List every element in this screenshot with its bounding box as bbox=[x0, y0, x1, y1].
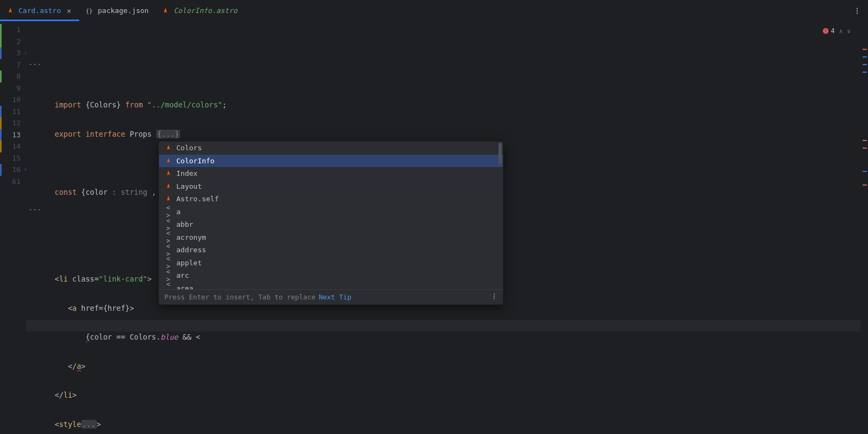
line-number[interactable]: 13 bbox=[0, 129, 26, 141]
completion-item[interactable]: ColorInfo bbox=[159, 155, 503, 168]
code-text: export bbox=[55, 130, 86, 138]
tab-bar: Card.astro × {} package.json ColorInfo.a… bbox=[0, 0, 868, 22]
tab-label: Card.astro bbox=[18, 7, 61, 15]
line-number[interactable]: 7 bbox=[0, 59, 26, 71]
completion-item-label: address bbox=[176, 246, 206, 254]
error-stripe[interactable] bbox=[860, 22, 868, 434]
tab-label: ColorInfo.astro bbox=[174, 7, 237, 15]
code-text: && bbox=[178, 333, 196, 341]
completion-list[interactable]: ColorsColorInfoIndexLayoutAstro.self< >a… bbox=[159, 142, 503, 289]
code-text: > bbox=[148, 275, 152, 283]
error-stripe-marker[interactable] bbox=[863, 64, 867, 65]
code-text: . bbox=[156, 333, 161, 341]
tag-icon: < > bbox=[164, 280, 172, 289]
completion-item[interactable]: < >area bbox=[159, 282, 503, 290]
completion-item[interactable]: < >applet bbox=[159, 257, 503, 270]
completion-item[interactable]: < >acronym bbox=[159, 231, 503, 244]
completion-item[interactable]: < >abbr bbox=[159, 218, 503, 231]
svg-point-3 bbox=[857, 12, 858, 14]
code-text: --- bbox=[28, 205, 41, 214]
code-text: li bbox=[59, 275, 72, 283]
line-number[interactable]: 8 bbox=[0, 71, 26, 82]
line-number[interactable]: 1 bbox=[0, 24, 26, 36]
gutter: 123›78910111213141516›61 bbox=[0, 22, 26, 434]
error-stripe-marker[interactable] bbox=[863, 72, 867, 73]
error-badge[interactable]: 4 bbox=[822, 27, 835, 35]
svg-point-1 bbox=[857, 8, 858, 9]
next-tip-link[interactable]: Next Tip bbox=[318, 293, 351, 301]
more-icon[interactable] bbox=[491, 293, 497, 301]
vcs-stripe bbox=[0, 117, 2, 129]
line-number[interactable]: 14 bbox=[0, 141, 26, 152]
folded-region[interactable]: ... bbox=[81, 420, 97, 429]
error-icon bbox=[822, 28, 829, 34]
line-number[interactable]: 9 bbox=[0, 82, 26, 94]
completion-item[interactable]: < >a bbox=[159, 206, 503, 219]
completion-item[interactable]: Colors bbox=[159, 142, 503, 155]
prev-highlight-icon[interactable]: ∧ bbox=[839, 28, 843, 35]
vcs-stripe bbox=[0, 71, 2, 82]
tab-colorinfo-astro[interactable]: ColorInfo.astro bbox=[155, 0, 244, 21]
line-number[interactable] bbox=[0, 187, 26, 199]
next-highlight-icon[interactable]: ∨ bbox=[847, 28, 851, 35]
completion-item[interactable]: Index bbox=[159, 167, 503, 180]
line-number[interactable]: 15 bbox=[0, 152, 26, 164]
code-text: Props bbox=[130, 130, 156, 138]
code-text: style bbox=[59, 420, 81, 429]
tab-overflow-menu[interactable] bbox=[846, 0, 868, 21]
svg-point-8 bbox=[494, 296, 495, 297]
code-text bbox=[55, 304, 68, 312]
line-number[interactable]: 16› bbox=[0, 164, 26, 176]
tab-package-json[interactable]: {} package.json bbox=[79, 0, 155, 21]
completion-item-label: arc bbox=[176, 271, 189, 279]
completion-item[interactable]: < >address bbox=[159, 244, 503, 257]
error-stripe-marker[interactable] bbox=[863, 148, 867, 149]
code-text: Colors bbox=[90, 100, 117, 109]
current-line: {color == Colors.blue && < bbox=[26, 320, 860, 332]
line-number[interactable]: 10 bbox=[0, 94, 26, 106]
completion-item[interactable]: Layout bbox=[159, 180, 503, 193]
code-text: </ bbox=[55, 391, 63, 399]
folded-region[interactable]: {...} bbox=[156, 130, 181, 138]
svg-point-9 bbox=[494, 298, 495, 299]
code-text: < bbox=[196, 333, 200, 341]
vcs-stripe bbox=[0, 164, 2, 176]
error-stripe-marker[interactable] bbox=[863, 184, 867, 186]
line-number[interactable]: 61 bbox=[0, 176, 26, 188]
scrollbar-thumb[interactable] bbox=[499, 143, 502, 164]
completion-item[interactable]: < >arc bbox=[159, 269, 503, 282]
error-stripe-marker[interactable] bbox=[863, 140, 867, 141]
code-text: const bbox=[55, 188, 81, 196]
code-text: { bbox=[86, 333, 90, 341]
vcs-stripe bbox=[0, 141, 2, 152]
completion-item-label: Layout bbox=[176, 182, 202, 190]
close-icon[interactable]: × bbox=[65, 7, 73, 15]
code-text: "../model/colors" bbox=[143, 100, 222, 109]
tab-card-astro[interactable]: Card.astro × bbox=[0, 0, 79, 21]
completion-item[interactable]: Astro.self bbox=[159, 193, 503, 206]
code-text: ; bbox=[222, 100, 227, 109]
code-text: --- bbox=[28, 60, 41, 68]
code-text: > bbox=[81, 362, 86, 371]
completion-item-label: Colors bbox=[176, 144, 202, 152]
code-text: > bbox=[130, 304, 134, 312]
code-text: a bbox=[76, 362, 81, 371]
error-stripe-marker[interactable] bbox=[863, 49, 867, 50]
line-number[interactable]: 2 bbox=[0, 36, 26, 48]
code-text: {href} bbox=[103, 304, 130, 312]
line-number[interactable]: 11 bbox=[0, 106, 26, 118]
completion-item-label: Index bbox=[176, 169, 197, 177]
line-number[interactable]: 3› bbox=[0, 47, 26, 59]
completion-item-label: ColorInfo bbox=[176, 157, 214, 165]
completion-item-label: abbr bbox=[176, 220, 193, 228]
astro-icon bbox=[7, 7, 14, 15]
error-stripe-marker[interactable] bbox=[863, 171, 867, 172]
code-text: > bbox=[72, 391, 76, 399]
tab-label: package.json bbox=[98, 7, 149, 15]
code-text: > bbox=[97, 420, 101, 429]
error-stripe-marker[interactable] bbox=[863, 56, 867, 58]
code-text: color bbox=[86, 188, 112, 196]
code-text: li bbox=[63, 391, 72, 399]
line-number[interactable]: 12 bbox=[0, 117, 26, 129]
completion-popup: ColorsColorInfoIndexLayoutAstro.self< >a… bbox=[158, 141, 503, 305]
